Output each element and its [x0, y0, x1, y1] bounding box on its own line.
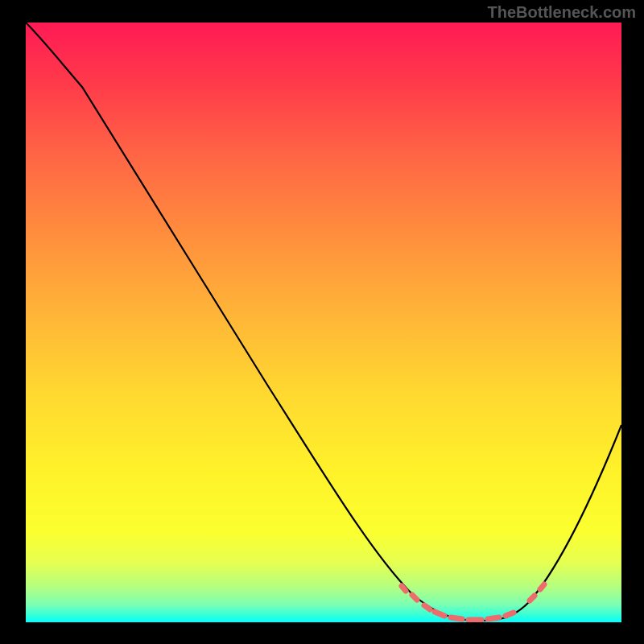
plot-area: [26, 23, 621, 622]
chart-container: TheBottleneck.com: [0, 0, 644, 644]
severity-gradient-background: [26, 23, 621, 622]
watermark-text: TheBottleneck.com: [488, 3, 636, 22]
